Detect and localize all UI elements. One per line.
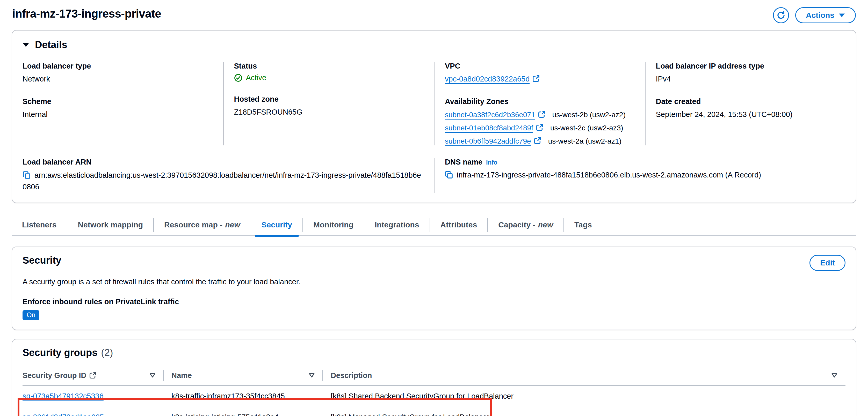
field-label: Load balancer ARN	[23, 158, 425, 166]
security-groups-title: Security groups	[23, 347, 97, 358]
details-panel: Details Load balancer type Network Schem…	[12, 30, 856, 203]
details-column-3: VPC vpc-0a8d02cd83922a65d Availability Z…	[434, 62, 645, 145]
security-groups-panel: Security groups (2) Security Group ID Na…	[12, 339, 856, 416]
tab-listeners[interactable]: Listeners	[12, 214, 67, 235]
tab-label: Resource map -	[164, 220, 222, 229]
copy-icon	[445, 171, 453, 179]
load-balancer-detail-page: infra-mz-173-ingress-private Actions	[0, 0, 868, 416]
vpc-link[interactable]: vpc-0a8d02cd83922a65d	[445, 75, 530, 83]
field-label: DNS nameInfo	[445, 158, 846, 166]
field-date-created: Date created September 24, 2024, 15:53 (…	[656, 97, 847, 120]
status-text: Active	[246, 73, 267, 82]
field-value: September 24, 2024, 15:53 (UTC+08:00)	[656, 109, 847, 120]
refresh-button[interactable]	[773, 7, 789, 23]
subnet-link[interactable]: subnet-0b6ff5942addfc79e	[445, 137, 531, 145]
field-value: Z18D5FSROUN65G	[234, 107, 425, 117]
column-header-name[interactable]: Name	[164, 366, 323, 385]
tab-monitoring[interactable]: Monitoring	[303, 214, 364, 235]
tab-capacity[interactable]: Capacity -new	[488, 214, 563, 235]
tab-network-mapping[interactable]: Network mapping	[67, 214, 153, 235]
arn-text: arn:aws:elasticloadbalancing:us-west-2:3…	[23, 171, 421, 191]
status-value: Active	[234, 73, 425, 82]
security-panel: Security Edit A security group is a set …	[12, 247, 856, 330]
edit-button[interactable]: Edit	[809, 255, 845, 271]
copy-arn-button[interactable]	[23, 171, 31, 179]
subnet-row: subnet-0b6ff5942addfc79eus-west-2a (usw2…	[445, 137, 636, 145]
table-header-row: Security Group ID Name Description	[23, 366, 845, 386]
column-header-description[interactable]: Description	[323, 366, 845, 385]
tab-attributes[interactable]: Attributes	[430, 214, 488, 235]
external-link-icon	[538, 110, 546, 118]
field-ip-type: Load balancer IP address type IPv4	[656, 62, 847, 84]
subnet-link-text: subnet-0a38f2c6d2b36e071	[445, 111, 535, 119]
column-header-label: Name	[172, 371, 192, 380]
tab-resource-map[interactable]: Resource map -new	[154, 214, 250, 235]
tab-label: Monitoring	[313, 220, 353, 229]
tab-new-suffix: new	[225, 220, 240, 229]
vpc-link-text: vpc-0a8d02cd83922a65d	[445, 75, 530, 83]
details-column-4: Load balancer IP address type IPv4 Date …	[645, 62, 856, 145]
tab-label: Attributes	[440, 220, 477, 229]
details-column-1: Load balancer type Network Scheme Intern…	[12, 62, 223, 145]
cell-name: k8s-traffic-inframz173-35f4cc3845	[164, 386, 323, 407]
details-collapse-toggle[interactable]: Details	[12, 37, 856, 53]
actions-button[interactable]: Actions	[795, 7, 856, 23]
details-column-2: Status Active Hosted zone Z18D5FSROUN6	[223, 62, 434, 145]
tab-label: Capacity -	[498, 220, 535, 229]
privatelink-on-badge: On	[23, 310, 39, 320]
tab-bar: Listeners Network mapping Resource map -…	[12, 214, 856, 236]
dns-text: infra-mz-173-ingress-private-488fa1518b6…	[457, 171, 761, 179]
field-label: Load balancer IP address type	[656, 62, 847, 70]
dns-label-text: DNS name	[445, 158, 483, 166]
field-scheme: Scheme Internal	[23, 97, 214, 120]
subnet-link[interactable]: subnet-0a38f2c6d2b36e071	[445, 111, 535, 119]
privatelink-label: Enforce inbound rules on PrivateLink tra…	[23, 298, 845, 306]
field-value: IPv4	[656, 73, 847, 84]
field-label: Availability Zones	[445, 97, 636, 106]
security-group-link[interactable]: sg-073a5b479132c5336	[23, 392, 103, 400]
tab-label: Integrations	[375, 220, 419, 229]
caret-down-icon	[838, 13, 845, 18]
tab-security[interactable]: Security	[251, 214, 303, 235]
field-lb-type: Load balancer type Network	[23, 62, 214, 84]
field-arn: Load balancer ARN arn:aws:elasticloadbal…	[23, 158, 425, 193]
column-header-label: Security Group ID	[23, 371, 87, 380]
sort-icon	[308, 373, 315, 378]
subnet-link-text: subnet-01eb08cf8abd2489f	[445, 124, 533, 132]
field-status: Status Active	[234, 62, 425, 82]
field-hosted-zone: Hosted zone Z18D5FSROUN65G	[234, 95, 425, 117]
column-header-security-group-id[interactable]: Security Group ID	[23, 366, 164, 385]
copy-dns-button[interactable]	[445, 171, 453, 179]
security-title: Security	[23, 255, 61, 266]
field-value: Network	[23, 73, 214, 84]
subnet-row: subnet-01eb08cf8abd2489fus-west-2c (usw2…	[445, 124, 636, 132]
external-link-icon	[532, 75, 540, 82]
field-vpc: VPC vpc-0a8d02cd83922a65d	[445, 62, 636, 84]
dns-info-link[interactable]: Info	[486, 159, 497, 166]
security-groups-count: (2)	[101, 347, 113, 358]
tab-label: Listeners	[22, 220, 57, 229]
details-grid-row2: Load balancer ARN arn:aws:elasticloadbal…	[12, 158, 856, 193]
edit-button-label: Edit	[820, 258, 835, 267]
page-header: infra-mz-173-ingress-private Actions	[12, 6, 856, 23]
actions-button-label: Actions	[806, 11, 834, 20]
tab-tags[interactable]: Tags	[564, 214, 602, 235]
subnet-link[interactable]: subnet-01eb08cf8abd2489f	[445, 124, 533, 132]
sort-icon	[149, 373, 156, 378]
collapse-triangle-icon	[23, 42, 29, 47]
field-label: VPC	[445, 62, 636, 70]
subnet-az: us-west-2a (usw2-az1)	[548, 137, 621, 145]
cell-security-group-id: sg-0061d9d73ad1aa995	[23, 407, 164, 416]
security-group-link[interactable]: sg-0061d9d73ad1aa995	[23, 413, 104, 416]
external-link-icon	[89, 372, 96, 379]
page-title: infra-mz-173-ingress-private	[12, 7, 161, 20]
security-groups-table: Security Group ID Name Description sg-07…	[23, 366, 845, 416]
external-link-icon	[534, 137, 541, 145]
details-title: Details	[35, 39, 67, 50]
tab-new-suffix: new	[538, 220, 553, 229]
tab-label: Tags	[575, 220, 592, 229]
tab-integrations[interactable]: Integrations	[364, 214, 430, 235]
cell-name: k8s-istioing-istioing-575e11a2e4	[164, 407, 323, 416]
column-header-label: Description	[331, 371, 372, 380]
table-row: sg-0061d9d73ad1aa995 k8s-istioing-istioi…	[23, 407, 845, 416]
